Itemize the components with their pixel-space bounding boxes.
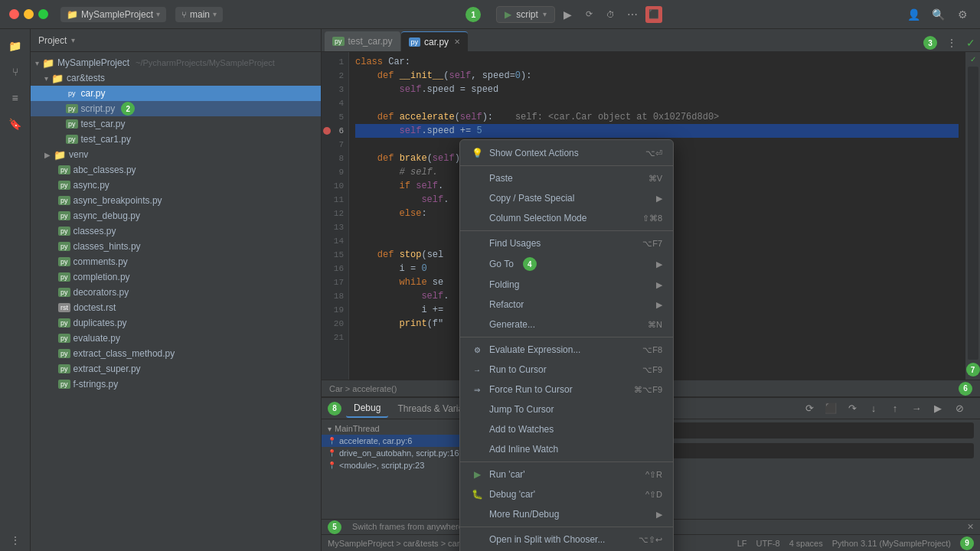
editor-more-icon[interactable]: ⋮ (943, 34, 960, 51)
tree-async-py[interactable]: py async.py (31, 178, 321, 193)
badge-3: 3 (923, 36, 937, 50)
tab-actions: 3 ⋮ ✓ (923, 34, 980, 51)
run-configuration[interactable]: ▶ script ▾ (496, 6, 555, 23)
menu-add-inline-watch[interactable]: Add Inline Watch (460, 439, 673, 459)
tree-test-car1-py[interactable]: py test_car1.py (31, 132, 321, 147)
indent-info[interactable]: 4 spaces (789, 539, 823, 548)
context-actions-icon: 💡 (471, 147, 483, 159)
badge-2: 2 (121, 102, 135, 116)
tree-doctest-rst[interactable]: rst doctest.rst (31, 300, 321, 315)
menu-run-car[interactable]: ▶ Run 'car' ^⇧R (460, 465, 673, 484)
close-tab-icon[interactable]: ✕ (454, 37, 460, 46)
user-icon[interactable]: 👤 (905, 6, 922, 23)
run-button[interactable]: ▶ (560, 6, 577, 23)
tree-fstrings-py[interactable]: py f-strings.py (31, 377, 321, 392)
scrollbar-track[interactable] (968, 67, 978, 360)
tree-duplicates-py[interactable]: py duplicates.py (31, 315, 321, 331)
tree-venv-folder[interactable]: ▶ 📁 venv (31, 147, 321, 162)
search-everywhere-button[interactable]: 🔍 (929, 6, 946, 23)
tree-classes-py[interactable]: py classes.py (31, 223, 321, 239)
step-into-icon[interactable]: ↓ (865, 400, 882, 417)
tree-async-debug-py[interactable]: py async_debug.py (31, 208, 321, 223)
menu-open-split[interactable]: Open in Split with Chooser... ⌥⇧↩ (460, 530, 673, 549)
tree-extract-class-py[interactable]: py extract_class_method.py (31, 346, 321, 361)
project-name[interactable]: 📁 MySampleProject ▾ (60, 7, 166, 22)
line-7: 7 (322, 138, 348, 152)
badge-5: 5 (328, 520, 341, 534)
resume-icon[interactable]: ▶ (929, 400, 946, 417)
menu-add-to-watches[interactable]: Add to Watches (460, 419, 673, 439)
arrow-goto-icon: ▶ (656, 259, 662, 269)
badge-8: 8 (328, 402, 341, 416)
menu-more-run-debug[interactable]: More Run/Debug ▶ (460, 504, 673, 524)
line-16: 16 (322, 262, 348, 276)
more-button[interactable]: ⋯ (624, 6, 641, 23)
tab-test-car[interactable]: py test_car.py (325, 31, 400, 51)
line-6: 6 (322, 124, 348, 138)
tree-comments-py[interactable]: py comments.py (31, 254, 321, 269)
step-out-icon[interactable]: ↑ (887, 400, 903, 417)
breadcrumb: Car > accelerate() (329, 384, 397, 393)
code-line-5: def accelerate(self): self: <car.Car obj… (355, 110, 959, 124)
tree-abc-classes-py[interactable]: py abc_classes.py (31, 162, 321, 178)
menu-column-selection[interactable]: Column Selection Mode ⇧⌘8 (460, 208, 673, 228)
encoding[interactable]: UTF-8 (756, 539, 780, 548)
debug-active-button[interactable]: ⬛ (645, 6, 662, 23)
menu-find-usages[interactable]: Find Usages ⌥F7 (460, 233, 673, 253)
bookmarks-icon[interactable]: 🔖 (5, 113, 26, 135)
scroll-indicator-icon: ✓ (970, 55, 976, 64)
minimize-button[interactable] (24, 9, 34, 19)
tree-car-tests-folder[interactable]: ▾ 📁 car&tests (31, 70, 321, 86)
stop-debug-icon[interactable]: ⬛ (822, 400, 839, 417)
tree-async-breakpoints-py[interactable]: py async_breakpoints.py (31, 193, 321, 208)
tab-car-py[interactable]: py car.py ✕ (401, 31, 469, 51)
run-to-cursor-debug-icon[interactable]: → (908, 400, 925, 417)
menu-jump-to-cursor[interactable]: Jump To Cursor (460, 399, 673, 419)
editor-scrollbar[interactable]: ✓ 7 (965, 52, 980, 380)
branch-selector[interactable]: ⑂ main ▾ (175, 7, 223, 22)
tree-root[interactable]: ▾ 📁 MySampleProject ~/PycharmProjects/My… (31, 55, 321, 70)
line-ending[interactable]: LF (737, 539, 747, 548)
more-tools-icon[interactable]: ⋮ (5, 530, 26, 551)
menu-debug-car[interactable]: 🐛 Debug 'car' ^⇧D (460, 484, 673, 504)
tree-evaluate-py[interactable]: py evaluate.py (31, 331, 321, 346)
tree-script-py[interactable]: py script.py 2 (31, 101, 321, 116)
tree-car-py[interactable]: py car.py (31, 86, 321, 101)
menu-evaluate-expression[interactable]: ⚙ Evaluate Expression... ⌥F8 (460, 340, 673, 360)
no-errors-icon: ✓ (966, 37, 975, 49)
project-tree: ▾ 📁 MySampleProject ~/PycharmProjects/My… (31, 52, 321, 551)
line-19: 19 (322, 303, 348, 317)
tree-decorators-py[interactable]: py decorators.py (31, 285, 321, 300)
project-header: Project ▾ (31, 29, 321, 52)
tree-extract-super-py[interactable]: py extract_super.py (31, 361, 321, 377)
tree-classes-hints-py[interactable]: py classes_hints.py (31, 239, 321, 254)
close-button[interactable] (9, 9, 19, 19)
badge-1: 1 (466, 7, 481, 22)
menu-go-to[interactable]: Go To 4 ▶ (460, 253, 673, 275)
menu-force-run-to-cursor[interactable]: ⇒ Force Run to Cursor ⌘⌥F9 (460, 380, 673, 399)
mute-breakpoints-icon[interactable]: ⊘ (951, 400, 968, 417)
coverage-button[interactable]: ⟳ (581, 6, 598, 23)
menu-copy-paste-special[interactable]: Copy / Paste Special ▶ (460, 188, 673, 208)
menu-generate[interactable]: Generate... ⌘N (460, 315, 673, 334)
menu-run-to-cursor[interactable]: → Run to Cursor ⌥F9 (460, 360, 673, 380)
python-version[interactable]: Python 3.11 (MySampleProject) (832, 539, 951, 548)
settings-icon[interactable]: ⚙ (954, 6, 971, 23)
step-over-icon[interactable]: ↷ (844, 400, 861, 417)
menu-show-context-actions[interactable]: 💡 Show Context Actions ⌥⏎ (460, 143, 673, 163)
tree-completion-py[interactable]: py completion.py (31, 269, 321, 285)
tab-bar: py test_car.py py car.py ✕ 3 ⋮ ✓ (322, 29, 980, 52)
tree-test-car-py[interactable]: py test_car.py (31, 116, 321, 132)
vcs-icon[interactable]: ⑂ (5, 61, 26, 83)
menu-paste[interactable]: Paste ⌘V (460, 168, 673, 188)
project-sidebar-icon[interactable]: 📁 (5, 35, 26, 57)
menu-folding[interactable]: Folding ▶ (460, 275, 673, 295)
structure-icon[interactable]: ≡ (5, 87, 26, 109)
rerun-icon[interactable]: ⟳ (801, 400, 818, 417)
menu-refactor[interactable]: Refactor ▶ (460, 295, 673, 315)
maximize-button[interactable] (38, 9, 48, 19)
profile-button[interactable]: ⏱ (603, 6, 619, 23)
close-hint-icon[interactable]: ✕ (967, 522, 974, 532)
tab-debug[interactable]: Debug (346, 399, 388, 418)
line-15: 15 (322, 248, 348, 262)
